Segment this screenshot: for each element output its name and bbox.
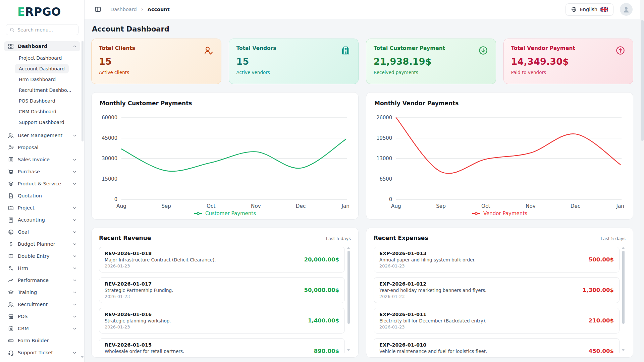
sidebar-item-proposal[interactable]: Proposal [4,142,80,153]
sidebar-subitem-hrm-dashboard[interactable]: Hrm Dashboard [15,75,60,84]
sidebar-scrollbar-thumb[interactable] [82,41,84,141]
list-scrollbar[interactable] [347,247,350,353]
sidebar-item-support-ticket[interactable]: Support Ticket [4,348,80,358]
stat-subtitle: Active clients [99,70,214,75]
sidebar-item-training[interactable]: Training [4,287,80,297]
globe-icon [571,6,577,12]
sidebar-item-label: Proposal [18,145,77,150]
item-description: Year-end holiday marketing banners and f… [379,288,486,293]
svg-text:Nov: Nov [526,203,536,209]
sidebar-item-quotation[interactable]: Quotation [4,191,80,201]
grid-icon [8,43,14,50]
svg-text:45000: 45000 [102,135,117,141]
sidebar-item-dashboard[interactable]: Dashboard [4,41,80,51]
list-scrollbar-thumb[interactable] [347,251,350,324]
sidebar-item-recruitment[interactable]: Recruitment [4,299,80,309]
circle-arrow-up-icon [615,45,626,56]
svg-text:Oct: Oct [207,203,215,209]
sidebar-submenu-dashboard: Project DashboardAccount DashboardHrm Da… [4,53,80,127]
sidebar-item-label: Accounting [18,217,68,223]
list-scrollbar-thumb[interactable] [622,251,625,324]
scrollbar-down-arrow-icon[interactable] [347,349,350,351]
sidebar-search[interactable] [6,24,78,35]
sidebar-item-form-builder[interactable]: Form Builder [4,336,80,346]
list-item-exp-2026-01-013: EXP-2026-01-013Annual paper and filing s… [374,247,620,273]
sidebar-item-user-management[interactable]: User Management [4,130,80,140]
sidebar-item-goal[interactable]: Goal [4,227,80,237]
item-description: Wholesale order for retail partners. [105,349,184,353]
svg-text:13000: 13000 [376,156,392,162]
sidebar-subitem-crm-dashboard[interactable]: CRM Dashboard [15,107,60,116]
sidebar-item-product-service[interactable]: Product & Service [4,179,80,189]
sidebar-item-pos[interactable]: POS [4,311,80,321]
list-title: Recent Revenue [99,235,151,241]
stat-value: 15 [99,56,214,67]
sidebar-subitem-project-dashboard[interactable]: Project Dashboard [15,53,66,63]
sidebar-scrollbar-down-arrow-icon[interactable] [80,356,84,358]
sidebar-item-crm[interactable]: CRM [4,323,80,334]
svg-text:Dec: Dec [571,203,580,209]
stat-title: Total Vendor Payment [511,45,626,51]
chevron-down-icon [72,169,77,174]
sidebar-item-label: Dashboard [18,44,68,49]
scrollbar-up-arrow-icon[interactable] [347,247,350,249]
sidebar-subitem-recruitment-dashbo[interactable]: Recruitment Dashbo... [15,85,75,95]
sidebar-item-sales-invoice[interactable]: Sales Invoice [4,155,80,165]
chevron-down-icon [72,181,77,186]
sidebar-item-label: Budget Planner [18,241,68,247]
page-scrollbar[interactable] [640,0,644,362]
sidebar-item-double-entry[interactable]: Double Entry [4,251,80,261]
chart-legend[interactable]: Vendor Payments [374,210,625,217]
chart-card-monthly-customer-payments: Monthly Customer Payments600004500030000… [91,92,359,220]
list-card-recent-revenue: Recent RevenueLast 5 daysREV-2026-01-018… [91,228,359,358]
list-body: REV-2026-01-018Major Infrastructure Cont… [99,247,351,353]
user-avatar[interactable] [620,3,633,16]
breadcrumb-dashboard[interactable]: Dashboard [110,7,137,12]
sidebar-subitem-pos-dashboard[interactable]: POS Dashboard [15,96,59,106]
topbar-divider [106,5,106,13]
chart-card-monthly-vendor-payments: Monthly Vendor Payments26000195001300065… [366,92,633,220]
scrollbar-down-arrow-icon[interactable] [622,349,625,351]
sidebar-item-performance[interactable]: Performance [4,275,80,285]
language-label: English [580,7,597,12]
sidebar-item-purchase[interactable]: Purchase [4,167,80,177]
sidebar-item-budget-planner[interactable]: Budget Planner [4,239,80,249]
item-ref: REV-2026-01-016 [105,312,171,317]
sidebar-item-project[interactable]: Project [4,203,80,213]
sidebar-item-label: Performance [18,278,68,283]
cart-icon [8,169,14,175]
sidebar-item-label: Quotation [18,193,77,198]
sidebar-item-label: Hrm [18,265,68,271]
list-scrollbar[interactable] [622,247,625,353]
item-amount: 500.00$ [584,256,614,263]
brand-logo-accent: E [17,5,25,18]
sidebar-item-hrm[interactable]: Hrm [4,263,80,273]
sidebar-item-label: CRM [18,326,68,331]
sidebar-item-label: Recruitment [18,302,68,307]
page-scrollbar-thumb[interactable] [641,20,644,141]
scrollbar-up-arrow-icon[interactable] [622,247,625,249]
line-chart-vendor-payments: 26000195001300065000AugSepOctNovDecJan [374,113,625,210]
legend-label: Vendor Payments [483,210,527,217]
legend-marker-icon [194,212,203,216]
brand-logo[interactable]: ERPGO [4,0,80,20]
list-card-recent-expenses: Recent ExpensesLast 5 daysEXP-2026-01-01… [366,228,633,358]
chart-legend[interactable]: Customer Payments [100,210,350,217]
sidebar-toggle-icon[interactable] [95,6,101,13]
language-selector[interactable]: English [566,3,613,16]
stat-card-total-customer-payment: Total Customer Payment21,938.19$Received… [366,39,496,84]
sidebar-subitem-support-dashboard[interactable]: Support Dashboard [15,118,68,127]
sidebar-subitem-account-dashboard[interactable]: Account Dashboard [15,64,69,73]
sidebar-item-accounting[interactable]: Accounting [4,215,80,225]
sidebar-item-label: Sales Invoice [18,157,68,162]
circle-arrow-down-icon [478,45,488,56]
item-ref: EXP-2026-01-011 [379,312,486,317]
sidebar-item-label: Purchase [18,169,68,174]
sidebar-menu: DashboardProject DashboardAccount Dashbo… [4,41,80,358]
item-date: 2026-01-23 [105,294,173,299]
search-input[interactable] [17,27,75,33]
stat-subtitle: Paid to vendors [511,70,626,75]
sidebar-item-label: Double Entry [18,253,68,259]
stat-title: Total Clients [99,45,214,51]
form-icon [8,338,14,344]
